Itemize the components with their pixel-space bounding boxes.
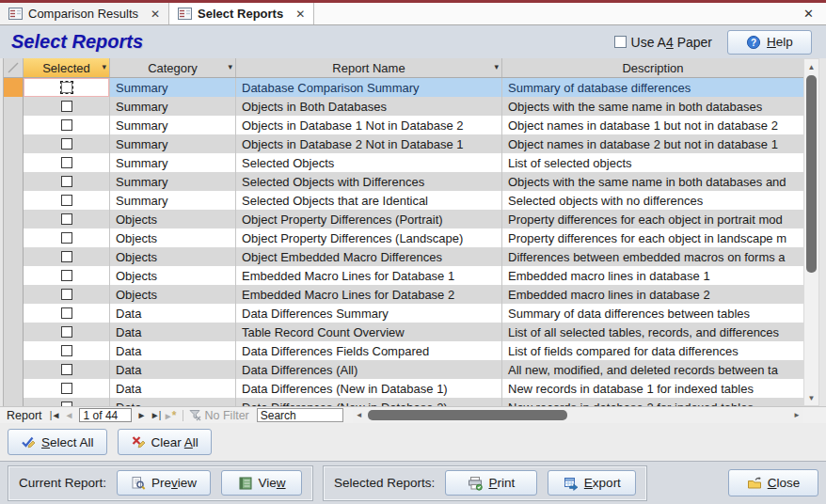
description-cell[interactable]: List of selected objects — [502, 153, 803, 172]
selected-cell[interactable] — [24, 228, 110, 247]
scroll-right-icon[interactable]: ► — [790, 411, 803, 419]
description-cell[interactable]: All new, modified, and deleted records b… — [502, 360, 803, 379]
report-name-cell[interactable]: Data Differences Summary — [236, 304, 502, 323]
selected-cell[interactable] — [24, 191, 110, 210]
table-row[interactable]: Summary Selected Objects that are Identi… — [4, 191, 803, 210]
selected-cell[interactable] — [24, 153, 110, 172]
table-row[interactable]: Data Data Differences (New in Database 2… — [4, 398, 803, 406]
table-row[interactable]: Objects Embedded Macro Lines for Databas… — [4, 266, 803, 285]
selected-checkbox[interactable] — [61, 213, 72, 225]
report-name-cell[interactable]: Objects in Database 1 Not in Database 2 — [236, 116, 502, 134]
description-cell[interactable]: Embedded macro lines in database 1 — [502, 266, 803, 285]
row-selector[interactable] — [4, 153, 24, 172]
description-cell[interactable]: Summary of database differences — [502, 78, 803, 97]
record-position-box[interactable]: 1 of 44 — [79, 408, 132, 422]
selected-cell[interactable] — [24, 116, 110, 134]
row-selector[interactable] — [4, 266, 24, 285]
clear-all-button[interactable]: Clear All — [118, 429, 212, 455]
row-selector[interactable] — [4, 379, 24, 398]
category-cell[interactable]: Summary — [110, 97, 236, 116]
report-name-cell[interactable]: Embedded Macro Lines for Database 2 — [236, 285, 502, 304]
column-header-category[interactable]: Category ▾ — [110, 58, 236, 77]
category-cell[interactable]: Data — [110, 304, 236, 323]
last-record-button[interactable]: ►| — [149, 410, 163, 420]
table-row[interactable]: Data Data Differences (All) All new, mod… — [4, 360, 803, 379]
tab-select-reports[interactable]: Select Reports ✕ — [169, 3, 314, 24]
next-record-button[interactable]: ► — [135, 410, 149, 420]
table-row[interactable]: Data Data Differences Fields Compared Li… — [4, 341, 803, 360]
category-cell[interactable]: Summary — [110, 191, 236, 210]
category-cell[interactable]: Summary — [110, 134, 236, 153]
selected-checkbox[interactable] — [61, 101, 72, 112]
selected-cell[interactable] — [24, 323, 110, 341]
report-name-cell[interactable]: Object Property Differences (Portrait) — [236, 210, 502, 228]
selected-cell[interactable] — [24, 398, 110, 406]
description-cell[interactable]: New records in database 2 for indexed ta… — [502, 398, 803, 406]
table-row[interactable]: Data Table Record Count Overview List of… — [4, 323, 803, 341]
category-cell[interactable]: Objects — [110, 210, 236, 228]
category-cell[interactable]: Objects — [110, 266, 236, 285]
row-selector[interactable] — [4, 97, 24, 116]
selected-checkbox[interactable] — [61, 364, 72, 375]
selected-cell[interactable] — [24, 304, 110, 323]
vertical-scrollbar-thumb[interactable] — [806, 75, 817, 273]
tab-comparison-results[interactable]: Comparison Results ✕ — [0, 3, 169, 24]
selected-checkbox[interactable] — [61, 157, 72, 168]
selected-checkbox[interactable] — [61, 270, 72, 281]
scroll-down-icon[interactable]: ▼ — [804, 390, 818, 405]
view-button[interactable]: View — [221, 470, 302, 496]
description-cell[interactable]: Objects with the same name in both datab… — [502, 172, 803, 191]
preview-button[interactable]: Preview — [117, 470, 211, 496]
report-name-cell[interactable]: Table Record Count Overview — [236, 323, 502, 341]
report-name-cell[interactable]: Objects in Both Databases — [236, 97, 502, 116]
selected-checkbox[interactable] — [61, 289, 72, 300]
category-cell[interactable]: Data — [110, 323, 236, 341]
category-cell[interactable]: Summary — [110, 78, 236, 97]
description-cell[interactable]: Embedded macro lines in database 2 — [502, 285, 803, 304]
row-selector[interactable] — [4, 247, 24, 266]
selected-cell[interactable] — [24, 379, 110, 398]
vertical-scrollbar[interactable]: ▲ ▼ — [803, 58, 819, 406]
description-cell[interactable]: Object names in database 1 but not in da… — [502, 116, 803, 134]
horizontal-scrollbar-track[interactable] — [366, 408, 790, 423]
print-button[interactable]: Print — [445, 470, 537, 496]
selected-checkbox[interactable] — [61, 138, 72, 150]
report-name-cell[interactable]: Selected Objects with Differences — [236, 172, 502, 191]
table-row[interactable]: Data Data Differences (New in Database 1… — [4, 379, 803, 398]
table-row[interactable]: Summary Selected Objects with Difference… — [4, 172, 803, 191]
tab-close-icon[interactable]: ✕ — [295, 8, 305, 21]
row-selector[interactable] — [4, 172, 24, 191]
report-name-cell[interactable]: Selected Objects that are Identical — [236, 191, 502, 210]
table-row[interactable]: Data Data Differences Summary Summary of… — [4, 304, 803, 323]
description-cell[interactable]: Object names in database 2 but not in da… — [502, 134, 803, 153]
filter-dropdown-icon[interactable]: ▾ — [494, 62, 499, 71]
close-button[interactable]: Close — [728, 469, 818, 496]
filter-dropdown-icon[interactable]: ▾ — [228, 62, 232, 71]
selected-checkbox[interactable] — [61, 383, 72, 394]
window-close-icon[interactable]: ✕ — [791, 3, 826, 24]
selected-cell[interactable] — [24, 266, 110, 285]
row-selector[interactable] — [4, 304, 24, 323]
selected-checkbox[interactable] — [61, 176, 72, 187]
description-cell[interactable]: Summary of data differences between tabl… — [502, 304, 803, 323]
checkbox-box[interactable] — [614, 36, 627, 48]
description-cell[interactable]: Selected objects with no differences — [502, 191, 803, 210]
report-name-cell[interactable]: Selected Objects — [236, 153, 502, 172]
row-selector[interactable] — [4, 191, 24, 210]
selected-checkbox[interactable] — [61, 345, 72, 356]
table-row[interactable]: Objects Object Property Differences (Por… — [4, 210, 803, 228]
search-input[interactable] — [257, 408, 343, 422]
report-name-cell[interactable]: Objects in Database 2 Not in Database 1 — [236, 134, 502, 153]
report-name-cell[interactable]: Database Comparison Summary — [236, 78, 502, 97]
selected-checkbox[interactable] — [61, 232, 72, 244]
selected-cell[interactable] — [24, 341, 110, 360]
row-selector[interactable] — [4, 134, 24, 153]
category-cell[interactable]: Data — [110, 379, 236, 398]
use-a4-paper-checkbox[interactable]: Use A4 Paper — [614, 35, 712, 50]
table-row[interactable]: Objects Object Embedded Macro Difference… — [4, 247, 803, 266]
column-header-selected[interactable]: Selected ▾ — [24, 58, 110, 77]
category-cell[interactable]: Data — [110, 360, 236, 379]
column-header-description[interactable]: Description — [502, 58, 803, 77]
selected-checkbox[interactable] — [61, 195, 72, 206]
row-selector[interactable] — [4, 341, 24, 360]
